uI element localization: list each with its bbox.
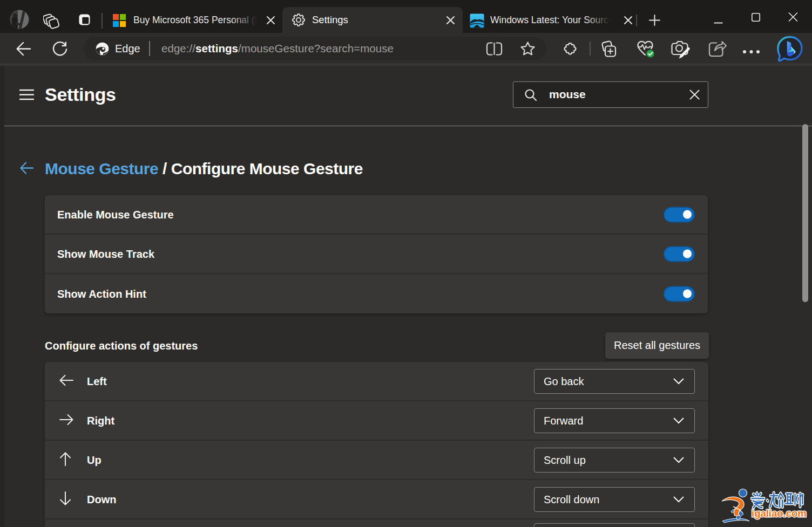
- svg-text:igaliao.com: igaliao.com: [752, 508, 807, 519]
